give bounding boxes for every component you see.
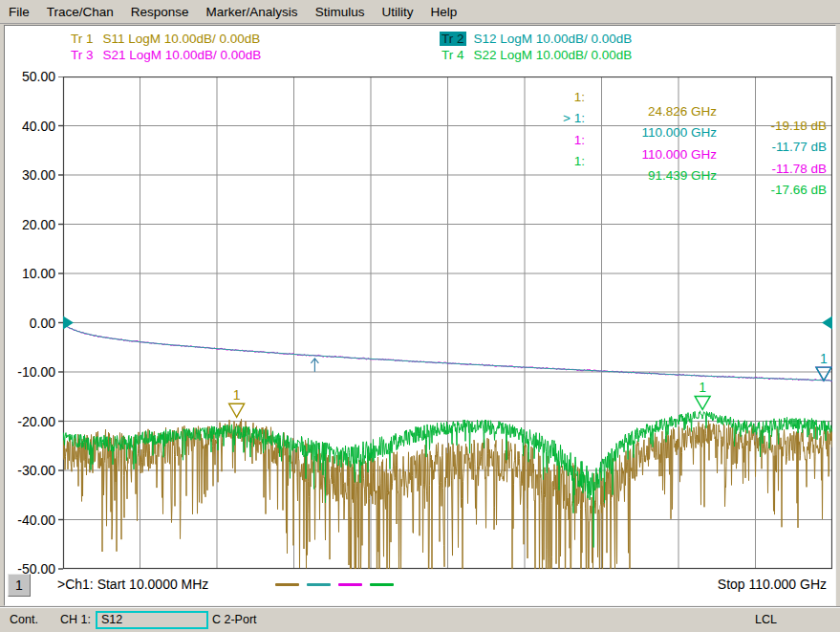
trace-params-tr2: S12 LogM 10.00dB/ 0.00dB xyxy=(474,32,633,46)
trace-legend-tr1[interactable]: Tr 1S11 LogM 10.00dB/ 0.00dB xyxy=(69,32,260,47)
marker-frequency: 110.000 GHz xyxy=(578,125,717,140)
y-axis-label: 0.00 xyxy=(2,316,55,331)
marker-value: -11.77 dB xyxy=(717,140,827,154)
cal-status: C 2-Port xyxy=(212,613,257,626)
stage: Tr 1S11 LogM 10.00dB/ 0.00dB Tr 3S21 Log… xyxy=(0,0,840,632)
marker-value: -17.66 dB xyxy=(717,183,827,197)
trace-id-tr3[interactable]: Tr 3 xyxy=(69,48,96,62)
status-bar: Cont. CH 1: S12 C 2-Port LCL xyxy=(0,607,840,632)
trace-dash-s11 xyxy=(275,583,299,586)
trace-legend-tr4[interactable]: Tr 4S22 LogM 10.00dB/ 0.00dB xyxy=(440,48,632,63)
trace-params-tr1: S11 LogM 10.00dB/ 0.00dB xyxy=(103,32,261,46)
sweep-stop-label: Stop 110.000 GHz xyxy=(635,577,827,592)
marker-number: 1: xyxy=(518,133,585,147)
marker-frequency: 110.000 GHz xyxy=(578,147,717,162)
svg-text:1: 1 xyxy=(699,380,706,395)
trace-dash-s12 xyxy=(307,583,331,586)
trace-dash-s22 xyxy=(370,583,394,586)
marker-number: 1: xyxy=(518,154,585,168)
lcl-status: LCL xyxy=(755,613,777,626)
trace-legend-tr2-active[interactable]: Tr 2S12 LogM 10.00dB/ 0.00dB xyxy=(440,32,632,47)
svg-text:1: 1 xyxy=(233,387,241,403)
marker-number: 1: xyxy=(518,90,585,104)
marker-value: -19.18 dB xyxy=(717,119,827,133)
y-axis-label: -20.00 xyxy=(2,414,55,429)
trace-color-key xyxy=(275,583,394,586)
marker-readout-tr2: > 1: 110.000 GHz -11.77 dB xyxy=(0,97,14,111)
y-axis-label: -40.00 xyxy=(2,512,55,528)
trace-id-tr2[interactable]: Tr 2 xyxy=(440,32,466,46)
marker-value: -11.78 dB xyxy=(717,162,827,176)
trace-params-tr4: S22 LogM 10.00dB/ 0.00dB xyxy=(474,48,633,62)
trace-id-tr4[interactable]: Tr 4 xyxy=(440,48,466,62)
vna-application-window: { "window": { "background": "#D4D0C8", "… xyxy=(0,0,840,632)
channel-1-button[interactable]: 1 xyxy=(8,574,31,597)
marker-number: > 1: xyxy=(518,111,585,125)
marker-frequency: 24.826 GHz xyxy=(578,104,717,119)
sweep-start-label: >Ch1: Start 10.0000 MHz xyxy=(57,577,208,592)
trace-legend-tr3[interactable]: Tr 3S21 LogM 10.00dB/ 0.00dB xyxy=(69,48,261,63)
marker-readout-tr1: 1: 24.826 GHz -19.18 dB xyxy=(0,76,14,90)
marker-readout-tr3: 1: 110.000 GHz -11.78 dB xyxy=(0,119,14,133)
trace-dash-s21 xyxy=(338,583,362,586)
channel-status-label: CH 1: xyxy=(60,613,91,626)
marker-frequency: 91.439 GHz xyxy=(578,168,717,183)
trace-params-tr3: S21 LogM 10.00dB/ 0.00dB xyxy=(103,48,262,62)
y-axis-label: -30.00 xyxy=(2,463,55,478)
y-axis-label: 20.00 xyxy=(2,217,55,232)
sweep-mode-status: Cont. xyxy=(10,613,38,626)
svg-text:1: 1 xyxy=(820,351,828,366)
marker-readout-tr4: 1: 91.439 GHz -17.66 dB xyxy=(0,140,14,154)
y-axis-label: 10.00 xyxy=(2,266,55,281)
trace-id-tr1[interactable]: Tr 1 xyxy=(69,32,96,46)
y-axis-label: -10.00 xyxy=(2,364,55,380)
measurement-field: S12 xyxy=(96,611,208,629)
